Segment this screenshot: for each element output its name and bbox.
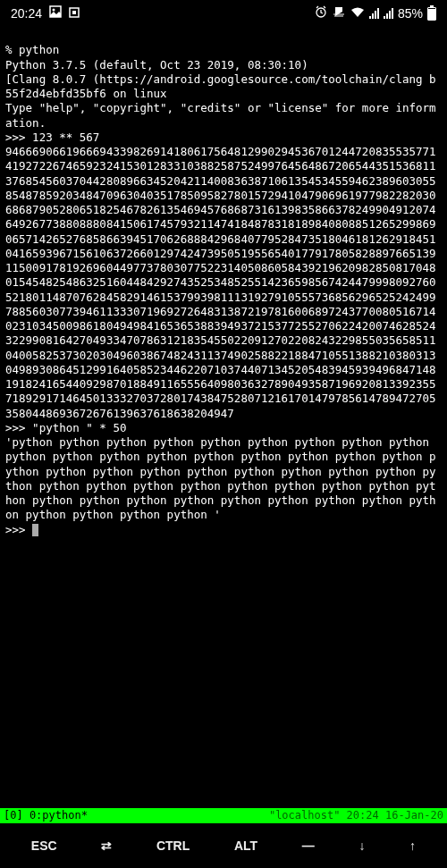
- python-banner-version: Python 3.7.5 (default, Oct 23 2019, 08:3…: [5, 58, 308, 72]
- battery-icon: [427, 7, 436, 21]
- signal-icon-1: [369, 8, 379, 19]
- python-banner-compiler: [Clang 8.0.7 (https://android.googlesour…: [5, 72, 436, 100]
- terminal-extra-keys: ESC ⇄ CTRL ALT — ↓ ↑: [0, 823, 447, 868]
- arrow-down-key[interactable]: ↓: [355, 830, 368, 861]
- signal-icon-2: [384, 8, 393, 19]
- tmux-status-bar: [0] 0:python* "localhost" 20:24 16-Jan-2…: [0, 808, 447, 823]
- android-status-bar: 20:24 85%: [0, 0, 447, 27]
- esc-key[interactable]: ESC: [28, 830, 61, 861]
- alt-key[interactable]: ALT: [231, 830, 261, 861]
- repl-input-2: >>> "python " * 50: [5, 421, 126, 434]
- tmux-session-window: [0] 0:python*: [4, 809, 88, 823]
- status-left: 20:24: [11, 5, 80, 21]
- alarm-icon: [315, 5, 327, 21]
- arrow-up-key[interactable]: ↑: [406, 830, 419, 861]
- terminal-output[interactable]: % python Python 3.7.5 (default, Oct 23 2…: [0, 27, 447, 808]
- app-notif-icon: [69, 5, 80, 21]
- svg-point-1: [53, 8, 55, 11]
- vibrate-icon: [332, 5, 346, 21]
- svg-rect-3: [72, 11, 76, 14]
- battery-percent: 85%: [398, 5, 423, 21]
- status-right: 85%: [315, 5, 436, 21]
- tab-key[interactable]: ⇄: [97, 830, 115, 861]
- shell-prompt-line: % python: [5, 43, 59, 56]
- dash-key[interactable]: —: [299, 830, 318, 861]
- python-banner-help: Type "help", "copyright", "credits" or "…: [5, 101, 436, 129]
- repl-input-1: >>> 123 ** 567: [5, 131, 99, 144]
- tmux-host-time: "localhost" 20:24 16-Jan-20: [88, 809, 443, 823]
- ctrl-key[interactable]: CTRL: [153, 830, 193, 861]
- repl-prompt-3: >>>: [5, 523, 32, 536]
- repl-output-1: 9466690661966694339826914180617564812990…: [5, 145, 436, 420]
- image-notif-icon: [49, 5, 62, 21]
- terminal-cursor: [32, 524, 38, 536]
- repl-output-2: 'python python python python python pyth…: [5, 435, 436, 521]
- status-time: 20:24: [11, 5, 42, 21]
- wifi-icon: [350, 5, 365, 21]
